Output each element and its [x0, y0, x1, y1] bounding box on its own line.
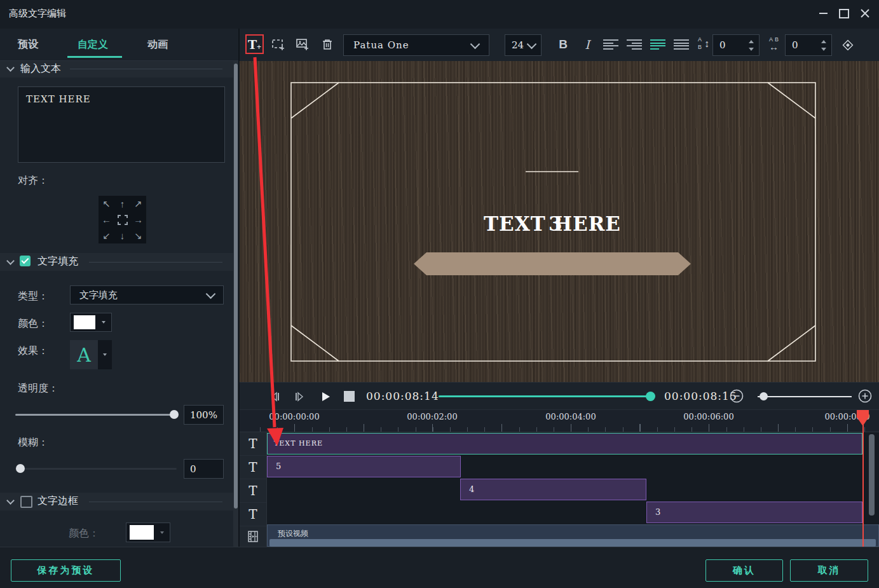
blur-slider-track[interactable]: [15, 468, 177, 470]
font-size-select[interactable]: 24: [505, 34, 542, 56]
timeline-scrollbar-thumb[interactable]: [869, 434, 875, 516]
color-swatch: [74, 315, 95, 329]
opacity-slider-thumb[interactable]: [170, 410, 179, 419]
timeline-zoom-track[interactable]: [758, 396, 852, 397]
align-center-button[interactable]: [649, 38, 667, 51]
tab-animation[interactable]: 动画: [147, 38, 168, 51]
next-frame-button[interactable]: [292, 389, 307, 404]
fill-effect-picker[interactable]: A: [70, 340, 112, 369]
italic-button[interactable]: I: [579, 36, 596, 53]
stop-button[interactable]: [344, 391, 355, 402]
align-right-button[interactable]: [625, 38, 643, 51]
track-row-1[interactable]: TEXT HERE: [267, 432, 879, 456]
scrollbar-thumb[interactable]: [234, 64, 238, 509]
border-checkbox[interactable]: [20, 496, 32, 508]
border-section-header[interactable]: 文字边框: [0, 493, 238, 510]
tab-preset[interactable]: 预设: [18, 38, 38, 51]
window-title: 高级文字编辑: [9, 8, 66, 20]
clip-label: 4: [469, 484, 474, 494]
border-color-picker[interactable]: [126, 523, 170, 542]
timeline-clip-4[interactable]: 4: [460, 479, 646, 500]
timeline-clip-5[interactable]: 5: [267, 456, 461, 477]
align-left-button[interactable]: [602, 38, 620, 51]
preview-banner-shape[interactable]: [414, 252, 691, 275]
track-row-2[interactable]: 5: [267, 455, 879, 479]
panel-scrollbar[interactable]: [233, 61, 238, 547]
delete-button[interactable]: [318, 36, 336, 53]
chevron-down-icon: [470, 39, 480, 49]
track-row-3[interactable]: 4: [267, 478, 879, 502]
previous-frame-button[interactable]: [268, 389, 283, 404]
play-button[interactable]: [317, 388, 334, 405]
timeline-clip-video[interactable]: 预设视频: [267, 524, 879, 547]
play-icon: [320, 391, 331, 402]
bold-button[interactable]: B: [555, 36, 571, 53]
align-bottom-right-button[interactable]: ↘: [130, 228, 146, 243]
track-header-text-3[interactable]: T: [240, 479, 266, 503]
track-header-text-4[interactable]: T: [240, 503, 266, 526]
zoom-out-button[interactable]: [729, 388, 744, 404]
blur-value-box[interactable]: 0: [184, 459, 224, 479]
timeline-clip-3[interactable]: 3: [646, 502, 862, 523]
input-section-header[interactable]: 输入文本: [0, 61, 238, 78]
fill-checkbox[interactable]: [20, 256, 31, 266]
line-spacing-value: 0: [713, 39, 749, 51]
opacity-value-box[interactable]: 100%: [184, 405, 224, 425]
chevron-down-icon: [206, 289, 216, 299]
align-left-pad-button[interactable]: ←: [99, 212, 114, 228]
line-spacing-spinner[interactable]: 0: [712, 34, 760, 56]
align-top-button[interactable]: ↑: [114, 196, 130, 212]
add-image-button[interactable]: [294, 36, 311, 53]
align-bottom-button[interactable]: ↓: [114, 228, 130, 243]
effect-dropdown[interactable]: [98, 340, 112, 369]
input-section-title: 输入文本: [20, 62, 61, 76]
ruler-label: 00:00:06:00: [683, 412, 733, 421]
spinner-down-icon[interactable]: [749, 48, 754, 51]
align-right-pad-button[interactable]: →: [130, 212, 146, 228]
zoom-in-button[interactable]: [857, 388, 873, 404]
align-top-right-button[interactable]: ↗: [130, 196, 146, 212]
align-center-pad-button[interactable]: [114, 212, 130, 228]
text-input[interactable]: TEXT HERE: [18, 86, 225, 163]
seek-bar-track[interactable]: [439, 395, 653, 397]
tab-custom[interactable]: 自定义: [78, 38, 108, 51]
align-top-left-button[interactable]: ↖: [99, 196, 114, 212]
timeline-ruler[interactable]: 00:00:00:00 00:00:02:00 00:00:04:00 00:0…: [240, 410, 879, 432]
preview-overlay-text[interactable]: 3: [549, 212, 562, 235]
track-row-4[interactable]: 3: [267, 501, 879, 524]
letter-spacing-spinner[interactable]: 0: [785, 34, 832, 56]
seek-bar-thumb[interactable]: [646, 392, 655, 401]
track-row-video[interactable]: 预设视频: [267, 524, 879, 547]
swatch-dropdown-icon[interactable]: [102, 321, 106, 324]
trash-icon: [320, 38, 334, 51]
track-header-video[interactable]: [240, 526, 266, 547]
keyframe-button[interactable]: [840, 37, 856, 53]
track-header-column: T T T T: [240, 432, 267, 547]
timeline-clip-text-here[interactable]: TEXT HERE: [267, 433, 862, 455]
text-track-icon: T: [249, 460, 257, 475]
maximize-button[interactable]: [836, 5, 852, 22]
timeline-zoom-thumb[interactable]: [760, 392, 768, 400]
close-button[interactable]: [857, 5, 873, 22]
preview-canvas[interactable]: TEXT HERE 3: [240, 61, 879, 382]
align-bottom-left-button[interactable]: ↙: [99, 228, 114, 243]
track-header-text-1[interactable]: T: [240, 432, 266, 456]
add-textbox-button[interactable]: [269, 36, 287, 53]
add-text-button[interactable]: T +: [245, 34, 264, 54]
minimize-button[interactable]: [815, 5, 831, 22]
font-select[interactable]: Patua One: [343, 34, 489, 56]
confirm-button[interactable]: 确认: [705, 559, 783, 582]
fill-section-header[interactable]: 文字填充: [0, 253, 238, 271]
spinner-up-icon[interactable]: [821, 40, 826, 43]
fill-color-picker[interactable]: [70, 313, 112, 332]
save-preset-button[interactable]: 保存为预设: [11, 559, 121, 582]
blur-slider-thumb[interactable]: [16, 464, 25, 473]
align-justify-button[interactable]: [672, 38, 690, 51]
track-header-text-2[interactable]: T: [240, 456, 266, 479]
text-track-icon: T: [249, 483, 257, 498]
cancel-button[interactable]: 取消: [790, 559, 868, 582]
spinner-down-icon[interactable]: [821, 48, 826, 51]
opacity-slider-track[interactable]: [15, 414, 177, 416]
fill-type-select[interactable]: 文字填充: [70, 285, 224, 304]
spinner-up-icon[interactable]: [749, 40, 754, 43]
